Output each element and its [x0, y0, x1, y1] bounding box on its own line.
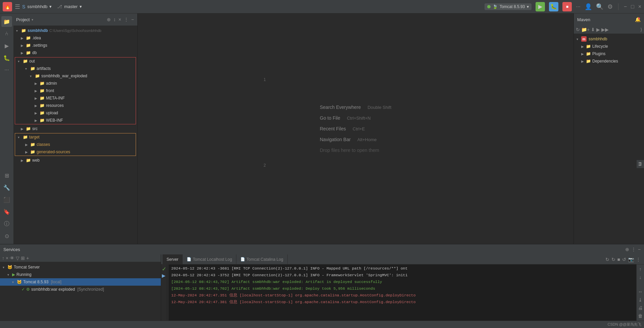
- tree-item-db[interactable]: ▶ 📁 db: [13, 49, 137, 56]
- settings-folder-icon: 📁: [26, 43, 31, 48]
- maven-more-btn[interactable]: ▶▶: [601, 27, 609, 32]
- tree-item-target[interactable]: ▾ 📁 target: [15, 133, 136, 141]
- logo-icon: 🔥: [5, 4, 10, 9]
- tree-item-idea[interactable]: ▶ 📁 .idea: [13, 34, 137, 42]
- project-selector[interactable]: S ssmbhhdb ▾: [22, 4, 52, 9]
- scroll-down-btn[interactable]: ↓: [639, 274, 642, 281]
- log-line-3: [2024-05-12 08:42:43,702] Artifact ssmbh…: [169, 279, 636, 285]
- svc-tomcat-version-icon: 🐱: [17, 280, 22, 284]
- scroll-up-btn[interactable]: ↑: [639, 266, 642, 273]
- svc-running-item[interactable]: ▾ ▶ Running: [0, 271, 161, 278]
- maven-notification-btn[interactable]: 🔔: [635, 17, 641, 22]
- panel-more-btn[interactable]: ⋮: [123, 16, 129, 23]
- maven-plugins-item[interactable]: ▶ 📁 Plugins: [574, 50, 644, 57]
- search-icon[interactable]: 🔍: [596, 3, 603, 10]
- log-refresh-btn[interactable]: ↻: [611, 257, 615, 262]
- panel-add-btn[interactable]: ⊕: [106, 16, 111, 23]
- tree-item-src[interactable]: ▶ 📁 src: [13, 125, 137, 132]
- scroll-wrap-btn[interactable]: ↔: [637, 288, 643, 295]
- tree-item-web-inf[interactable]: ▶ 📁 WEB-INF: [15, 117, 136, 124]
- branch-selector[interactable]: ⎇ master ▾: [57, 4, 82, 9]
- tree-item-classes[interactable]: ▶ 📁 classes: [15, 141, 136, 148]
- maven-root-item[interactable]: ▾ m ssmbhhdb: [574, 35, 644, 43]
- maven-run-btn[interactable]: ▶: [596, 27, 600, 32]
- more-actions-button[interactable]: ···: [576, 4, 580, 10]
- svc-tomcat-version-item[interactable]: ▾ 🐱 Tomcat 8.5.93 [local]: [0, 278, 161, 286]
- activity-run-icon[interactable]: ▶: [1, 40, 12, 51]
- account-icon[interactable]: 👤: [585, 3, 592, 10]
- log-resume-btn[interactable]: ↺: [622, 257, 626, 262]
- activity-more-icon[interactable]: ···: [1, 65, 12, 75]
- tree-item-web[interactable]: ▶ 📁 web: [13, 157, 137, 164]
- services-minimize-btn[interactable]: −: [638, 247, 641, 252]
- svc-group-btn[interactable]: ⊞: [21, 255, 25, 261]
- tree-item-settings[interactable]: ▶ 📁 .settings: [13, 42, 137, 49]
- log-restart-btn[interactable]: ↻: [605, 257, 609, 262]
- maven-dependencies-item[interactable]: ▶ 📁 Dependencies: [574, 57, 644, 65]
- settings-icon[interactable]: ⚙: [607, 3, 613, 10]
- tree-root[interactable]: ▾ 📁 ssmbhhdb C:\Users\Sgy\School\ssmbhhd…: [13, 27, 137, 34]
- panel-expand-btn[interactable]: ↕: [113, 16, 117, 23]
- panel-minimize-btn[interactable]: −: [131, 16, 135, 23]
- run-config-selector[interactable]: 🍃 Tomcat 8.5.93 ▾: [485, 3, 532, 10]
- activity-debug-icon[interactable]: 🐛: [1, 52, 12, 63]
- svc-up-btn[interactable]: ↑: [2, 255, 4, 261]
- scroll-clear-btn[interactable]: 🗑: [637, 313, 643, 319]
- activity-tool-icon[interactable]: 🔧: [1, 182, 12, 193]
- svc-add-btn[interactable]: +: [26, 255, 29, 261]
- svc-tomcat-version-label: Tomcat 8.5.93 [local]: [23, 280, 61, 284]
- debug-button[interactable]: 🐛: [549, 2, 558, 11]
- svc-tomcat-server[interactable]: ▾ 🐱 Tomcat Server: [0, 263, 161, 271]
- tree-item-generated-sources[interactable]: ▶ 📁 generated-sources: [15, 148, 136, 156]
- maven-lifecycle-item[interactable]: ▶ 📁 Lifecycle: [574, 43, 644, 50]
- maven-refresh-btn[interactable]: ↻: [576, 27, 580, 32]
- tab-catalina-log[interactable]: 📄 Tomcat Catalina Log: [236, 254, 287, 264]
- tree-item-admin[interactable]: ▶ 📁 admin: [15, 80, 136, 87]
- tree-item-front[interactable]: ▶ 📁 front: [15, 87, 136, 94]
- scroll-print-btn[interactable]: 🖨: [637, 304, 643, 311]
- classes-label: classes: [37, 142, 50, 147]
- log-arrow-icon[interactable]: ▶: [162, 273, 166, 278]
- maximize-button[interactable]: □: [631, 4, 634, 10]
- log-stop-btn[interactable]: ■: [617, 257, 620, 262]
- minimize-button[interactable]: −: [624, 4, 627, 10]
- tab-server[interactable]: Server: [163, 254, 183, 264]
- maven-add-btn[interactable]: 📁+: [581, 27, 590, 32]
- run-button[interactable]: ▶: [536, 2, 545, 11]
- maven-toolbar: ↻ 📁+ ⬇ ▶ ▶▶ ⟩: [574, 26, 644, 34]
- activity-bottom-icon[interactable]: ⊙: [1, 231, 12, 241]
- out-label: out: [29, 59, 35, 64]
- tree-item-war-exploded[interactable]: ▾ 📁 ssmbhhdb_war_exploded: [15, 72, 136, 80]
- panel-close-btn[interactable]: ×: [118, 16, 122, 23]
- tree-item-upload[interactable]: ▶ 📁 upload: [15, 109, 136, 117]
- tree-item-out[interactable]: ▾ 📁 out: [15, 57, 136, 65]
- close-button[interactable]: ×: [638, 4, 641, 10]
- tree-item-meta-inf[interactable]: ▶ 📁 META-INF: [15, 94, 136, 102]
- tree-item-artifacts[interactable]: ▾ 📁 artifacts: [15, 65, 136, 72]
- maven-expand-btn[interactable]: ⟩: [640, 27, 642, 32]
- activity-help-icon[interactable]: ⓘ: [1, 218, 12, 229]
- tab-localhost-log[interactable]: 📄 Tomcat Localhost Log: [183, 254, 236, 264]
- maven-side-icon[interactable]: m: [637, 160, 644, 168]
- svc-filter-btn[interactable]: 👁: [10, 255, 14, 261]
- activity-terminal-icon[interactable]: ⊞: [1, 170, 12, 181]
- stop-button[interactable]: ■: [562, 2, 572, 11]
- maven-download-btn[interactable]: ⬇: [591, 27, 595, 32]
- tomcat-icon: 🍃: [493, 4, 498, 9]
- log-more-btn[interactable]: ⋮: [636, 257, 641, 262]
- log-snapshot-btn[interactable]: 📷: [628, 257, 634, 262]
- activity-plugins-icon[interactable]: ⬛: [1, 194, 12, 205]
- tree-item-resources[interactable]: ▶ 📁 resources: [15, 102, 136, 109]
- svc-filter2-btn[interactable]: ▽: [16, 255, 19, 261]
- hamburger-menu[interactable]: ☰: [15, 3, 20, 10]
- hint-drop: Drop files here to open them: [320, 148, 392, 153]
- svc-close-btn[interactable]: ×: [6, 255, 8, 261]
- services-more-btn[interactable]: ⋮: [631, 247, 636, 252]
- scroll-to-end-btn[interactable]: ⤓: [638, 296, 643, 303]
- hint-search: Search Everywhere Double Shift: [320, 105, 392, 110]
- activity-vcs-icon[interactable]: ⑃: [1, 28, 12, 39]
- svc-deployment-item[interactable]: ✓ ⚙ ssmbhhdb:war exploded [Synchronized]: [0, 286, 161, 293]
- activity-bookmarks-icon[interactable]: 🔖: [1, 206, 12, 217]
- services-add-btn[interactable]: ⊕: [625, 247, 629, 252]
- activity-project-icon[interactable]: 📁: [1, 16, 12, 27]
